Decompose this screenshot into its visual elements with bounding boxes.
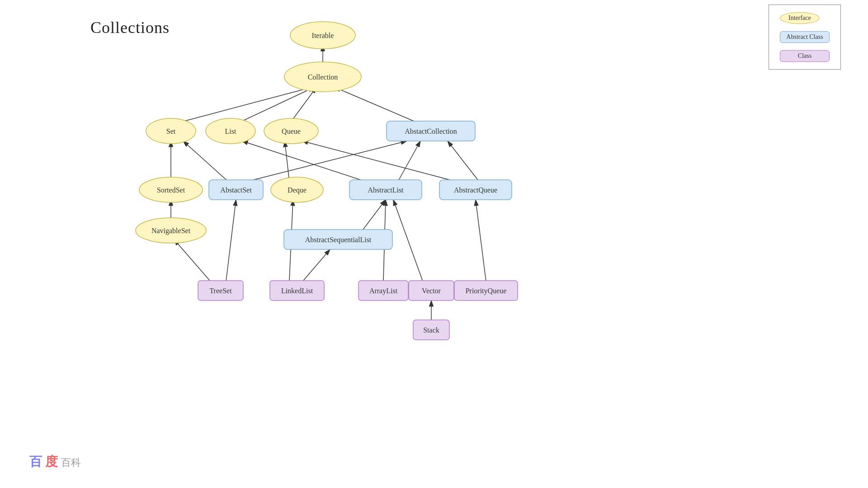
node-stack-label: Stack: [423, 326, 439, 334]
svg-text:百: 百: [29, 455, 42, 469]
arrow-abstractsequentiallist-abstractlist: [362, 200, 386, 231]
node-list-label: List: [225, 127, 236, 135]
node-navigableset-label: NavigableSet: [151, 227, 191, 235]
node-priorityqueue-label: PriorityQueue: [466, 287, 507, 295]
node-collection-label: Collection: [308, 73, 338, 81]
arrow-treeset-navigableset: [174, 239, 210, 281]
arrow-set-collection: [181, 87, 312, 122]
node-abstractsequentiallist-label: AbstractSequentialList: [305, 236, 372, 244]
arrow-linkedlist-abstractsequentiallist: [303, 249, 330, 281]
node-abstractcollection-label: AbstactCollection: [405, 127, 457, 135]
arrow-list-collection: [238, 87, 314, 123]
node-treeset-label: TreeSet: [209, 287, 232, 295]
arrow-vector-abstractlist: [393, 200, 423, 281]
arrow-deque-queue: [285, 141, 289, 182]
node-abstractset-label: AbstactSet: [220, 186, 252, 194]
node-abstractqueue-label: AbstractQueue: [454, 186, 497, 194]
node-iterable-label: Iterable: [312, 32, 334, 39]
node-deque-label: Deque: [288, 186, 307, 194]
arrow-abstractlist-abstractcollection: [398, 141, 420, 182]
node-sortedset-label: SortedSet: [157, 186, 185, 194]
diagram-svg: Iterable Collection Set List Queue Absta…: [0, 0, 868, 488]
watermark: 百 度 百科: [27, 446, 99, 474]
arrow-abstractset-set: [183, 141, 228, 182]
arrow-abstractqueue-queue: [302, 141, 457, 182]
node-linkedlist-label: LinkedList: [281, 287, 313, 295]
node-abstractlist-label: AbstractList: [368, 186, 404, 194]
node-set-label: Set: [166, 127, 176, 135]
arrow-priorityqueue-abstractqueue: [476, 200, 486, 281]
node-queue-label: Queue: [282, 127, 301, 135]
arrow-abstractlist-list: [242, 141, 366, 182]
svg-text:百科: 百科: [61, 457, 81, 468]
arrow-treeset-abstractset: [226, 200, 236, 281]
node-arraylist-label: ArrayList: [369, 287, 398, 295]
arrow-abstractqueue-abstractcollection: [448, 141, 479, 182]
arrow-abstractset-abstractcollection: [246, 141, 407, 182]
node-vector-label: Vector: [422, 287, 441, 295]
arrow-abstractcollection-collection: [335, 87, 416, 122]
svg-text:度: 度: [45, 454, 58, 469]
